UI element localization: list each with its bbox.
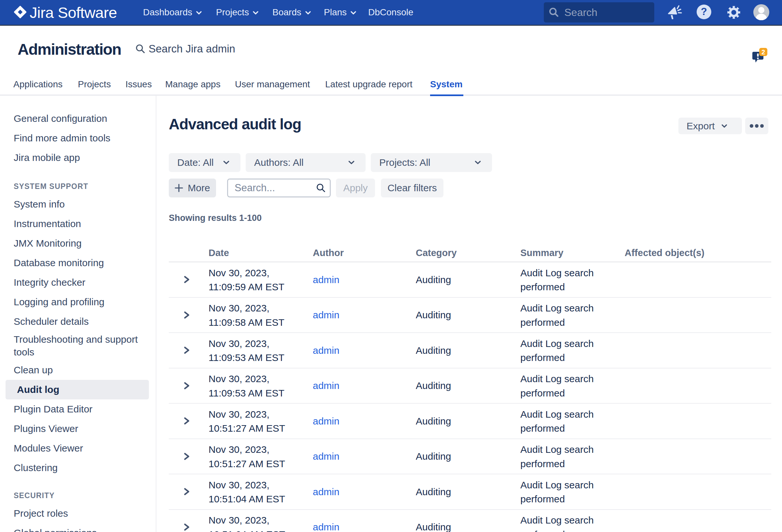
svg-text:?: ?	[701, 6, 707, 17]
svg-text:2: 2	[761, 48, 765, 56]
